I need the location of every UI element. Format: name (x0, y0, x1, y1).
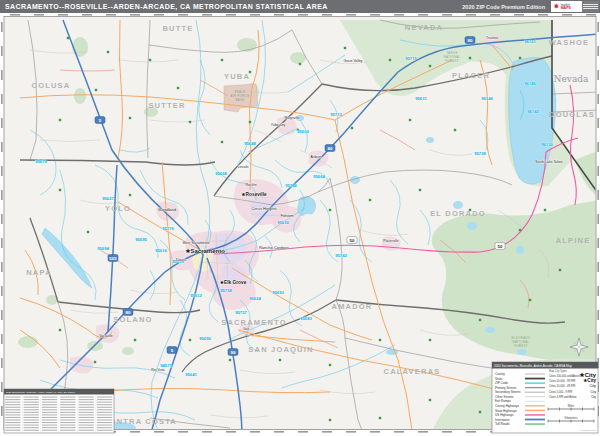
county-route-marker (409, 119, 411, 121)
frame-tick (346, 431, 356, 433)
city-label: Citrus Heights (251, 206, 276, 211)
frame-tick (82, 14, 92, 16)
forest-patch (18, 336, 38, 348)
frame-tick (597, 286, 599, 296)
legend-row-label: State Highways (495, 409, 517, 413)
zip-index-entry (24, 404, 39, 405)
county-route-marker (59, 329, 61, 331)
zip-index-entry (42, 414, 57, 415)
county-route-marker (134, 339, 136, 341)
legend-row-label: Exit Ramps (495, 399, 511, 403)
city-label: Marysville (284, 116, 299, 120)
county-label: WASHOE (549, 38, 590, 47)
zip-index-entry (79, 399, 94, 400)
county-label: BUTTE (163, 24, 194, 33)
frame-tick (597, 262, 599, 272)
frame-tick (1, 190, 3, 200)
county-label: NEVADA (405, 23, 443, 32)
state-label: Nevada (554, 74, 589, 84)
frame-tick (1, 94, 3, 104)
frame-tick (58, 14, 68, 16)
zip-index-entry (97, 419, 112, 420)
pond (517, 349, 527, 355)
county-label: PLACER (452, 71, 490, 80)
legend-row-label: County (495, 372, 505, 376)
city-type-sample: ★City (579, 372, 596, 378)
city-label: Lincoln (238, 165, 249, 169)
zip-index-entry (79, 425, 94, 426)
zip-index-entry (42, 430, 57, 431)
zip-index-entry (60, 407, 75, 408)
title-bar: SACRAMENTO--ROSEVILLE--ARDEN-ARCADE, CA … (0, 0, 600, 13)
zip-index-entry (97, 404, 112, 405)
frame-tick (1, 334, 3, 344)
zip-index-entry (42, 397, 57, 398)
zip-index-entry (5, 397, 20, 398)
county-route-marker (189, 339, 191, 341)
zip-index-entry (79, 412, 94, 413)
county-route-marker (149, 59, 151, 61)
frame-tick (226, 431, 236, 433)
county-label: YUBA (224, 72, 250, 81)
frame-tick (597, 166, 599, 176)
city-type-label: Cities 100,000 and Above (549, 374, 580, 378)
highway-shield-number: 80 (126, 310, 131, 315)
frame-tick (10, 14, 20, 16)
zip-index-entry (24, 422, 39, 423)
zip-index-entry (42, 417, 57, 418)
frame-tick (394, 431, 404, 433)
frame-tick (1, 118, 3, 128)
zip-index-entry (24, 407, 39, 408)
county-route-marker (529, 299, 531, 301)
zip-index-entry (42, 409, 57, 410)
frame-tick (154, 14, 164, 16)
map-legend: 2020 Sacramento--Roseville--Arden-Arcade… (492, 362, 598, 433)
zip-code-label: 95728 (474, 151, 486, 156)
pond (453, 201, 463, 209)
frame-tick (1, 22, 3, 32)
city-label: Grass Valley (344, 59, 363, 63)
zip-index-entry (24, 430, 39, 431)
city-label: Folsom (280, 213, 294, 218)
frame-tick (370, 431, 380, 433)
frame-tick (597, 118, 599, 128)
zip-index-entry (5, 404, 20, 405)
county-route-marker (351, 127, 353, 129)
city-types-header: Map City Types (549, 369, 568, 373)
county-label: SACRAMENTO (221, 318, 287, 327)
forest-patch (74, 88, 86, 104)
frame-tick (130, 431, 140, 433)
frame-tick (154, 431, 164, 433)
zip-index-entry (24, 399, 39, 400)
zip-code-label: 95648 (244, 141, 256, 146)
county-route-marker (189, 121, 191, 123)
zip-code-label: 95627 (102, 196, 114, 201)
city-label: ★Sacramento (185, 248, 225, 254)
frame-tick (597, 142, 599, 152)
county-label: EL DORADO (430, 209, 486, 218)
county-route-marker (67, 37, 69, 39)
zip-index-entry (97, 397, 112, 398)
city-label: Rancho Cordova (259, 245, 290, 250)
city-type-label: Cities 5,000 - 9,999 (549, 390, 573, 394)
city-label: Truckee (486, 36, 498, 40)
zip-index-entry (79, 402, 94, 403)
county-route-marker (129, 194, 131, 196)
county-route-marker (379, 417, 381, 419)
zip-index-entry (60, 397, 75, 398)
legend-row-label: Primary Streets (495, 386, 517, 390)
county-route-marker (249, 121, 251, 123)
frame-tick (442, 431, 452, 433)
zip-index-entry (97, 425, 112, 426)
logo-swirl-icon: ✷ (553, 3, 560, 11)
zip-code-label: 95776 (162, 226, 174, 231)
city-type-sample: City (591, 395, 596, 399)
county-route-marker (344, 47, 346, 49)
frame-tick (178, 14, 188, 16)
legend-header: 2020 Sacramento--Roseville--Arden-Arcade… (494, 364, 572, 368)
city-label: Rio Vista (151, 368, 165, 372)
zip-index-entry (60, 417, 75, 418)
frame-tick (442, 14, 452, 16)
county-route-marker (454, 129, 456, 131)
county-route-marker (519, 229, 521, 231)
